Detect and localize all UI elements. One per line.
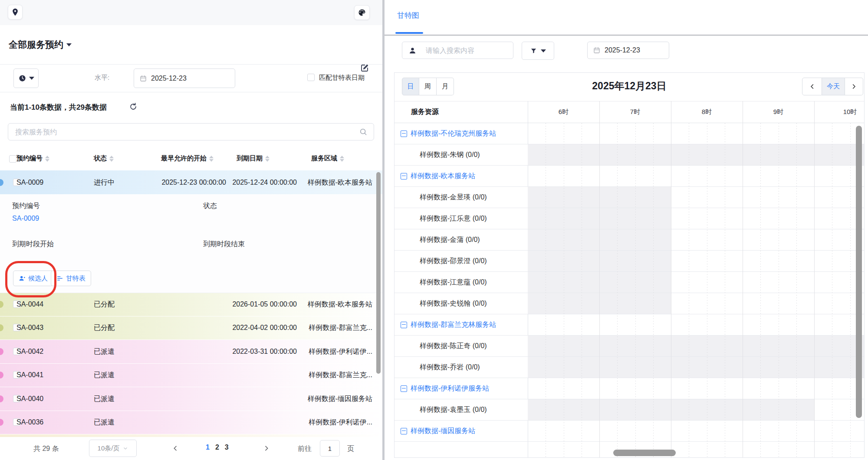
booking-id-link[interactable]: SA-0009 [12, 215, 39, 222]
column-header-label: 服务区域 [311, 154, 337, 163]
column-header[interactable]: 最早允许的开始 [161, 154, 214, 163]
quarter-gridline [653, 123, 654, 457]
gantt-resource-row[interactable]: 样例数据-乔岩 (0/0) [395, 357, 528, 378]
page-number[interactable]: 1 [206, 444, 210, 451]
row-color-dot [0, 179, 3, 186]
gantt-resource-row[interactable]: 样例数据-陈正奇 (0/0) [395, 336, 528, 357]
horizon-date-picker[interactable]: 2025-12-23 [134, 69, 235, 88]
service-region: 样例数据-伊利诺伊... [309, 347, 372, 356]
column-header[interactable]: 状态 [94, 154, 114, 163]
quarter-gridline [850, 123, 851, 457]
gantt-resource-row[interactable]: 样例数据-朱钢 (0/0) [395, 144, 528, 166]
collapse-icon[interactable] [401, 173, 407, 179]
table-header: 预约编号 状态 最早允许的开始 到期日期 服务区域 [0, 148, 383, 171]
gantt-timeline-row[interactable] [528, 399, 864, 421]
gantt-timeline-row[interactable] [528, 123, 864, 144]
gantt-group-row[interactable]: 样例数据-欧本服务站 [395, 166, 528, 187]
select-all-checkbox[interactable] [9, 155, 16, 163]
gantt-timeline-row[interactable] [528, 421, 864, 442]
prev-day-button[interactable] [802, 78, 822, 95]
next-day-button[interactable] [845, 78, 863, 95]
candidates-button[interactable]: 候选人 [13, 271, 53, 286]
booking-search-input[interactable] [14, 124, 350, 141]
gantt-horizontal-scrollbar[interactable] [613, 450, 676, 456]
gantt-timeline-row[interactable] [528, 378, 864, 399]
column-header[interactable]: 预约编号 [16, 154, 49, 163]
page-number[interactable]: 3 [225, 444, 229, 451]
gantt-timeline-row[interactable] [528, 336, 864, 357]
sort-icon[interactable] [265, 156, 270, 162]
calendar-icon [593, 46, 601, 54]
gantt-timeline-row[interactable] [528, 144, 864, 166]
goto-label: 前往 [298, 444, 312, 453]
filter-dropdown-button[interactable] [522, 42, 554, 60]
prev-page-button[interactable] [168, 441, 182, 455]
resource-search-input[interactable] [425, 42, 509, 59]
gantt-button[interactable]: 甘特表 [51, 271, 91, 286]
sort-icon[interactable] [45, 156, 49, 162]
table-row[interactable]: SA-0042 已派遣 2022-03-31 00:00:00 样例数据-伊利诺… [0, 340, 383, 364]
gantt-resource-row[interactable]: 样例数据-金蒲 (0/0) [395, 229, 528, 251]
booking-id: SA-0041 [16, 371, 43, 379]
gantt-date-picker[interactable]: 2025-12-23 [587, 42, 669, 59]
gantt-toolbar: 日周月 2025年12月23日 今天 [395, 73, 864, 101]
palette-button[interactable] [354, 5, 370, 20]
booking-id: SA-0042 [16, 348, 43, 356]
table-row[interactable]: SA-0044 已分配 2026-01-05 00:00:00 样例数据-欧本服… [0, 293, 383, 316]
collapse-icon[interactable] [401, 428, 407, 434]
gantt-timeline-row[interactable] [528, 357, 864, 378]
gantt-timeline-row[interactable] [528, 272, 864, 293]
gantt-timeline-row[interactable] [528, 293, 864, 314]
gantt-timeline-row[interactable] [528, 187, 864, 208]
today-button[interactable]: 今天 [822, 78, 845, 95]
person-icon [408, 46, 417, 55]
collapse-icon[interactable] [401, 130, 407, 137]
service-booking-app: 全部服务预约 水平: 2025-12-23 [0, 0, 868, 460]
view-selector[interactable]: 全部服务预约 [9, 39, 72, 51]
gantt-group-row[interactable]: 样例数据-不伦瑞克州服务站 [395, 123, 528, 144]
gantt-vertical-scrollbar[interactable] [856, 126, 862, 418]
gantt-group-row[interactable]: 样例数据-缅因服务站 [395, 421, 528, 442]
gantt-date-value: 2025-12-23 [605, 46, 640, 54]
sort-icon[interactable] [109, 156, 114, 162]
next-page-button[interactable] [260, 441, 273, 455]
table-row[interactable]: SA-0043 已分配 2022-04-02 00:00:00 样例数据-郡富兰… [0, 316, 383, 340]
table-vertical-scrollbar[interactable] [376, 172, 381, 374]
gantt-timeline-row[interactable] [528, 314, 864, 336]
row-color-dot [0, 348, 3, 355]
gantt-list-icon [56, 275, 63, 282]
sort-icon[interactable] [209, 156, 214, 162]
table-row[interactable]: SA-0041 已派遣 样例数据-郡富兰克... [0, 364, 383, 388]
page-number[interactable]: 2 [215, 444, 219, 451]
time-mode-dropdown[interactable] [13, 69, 39, 88]
gantt-resource-row[interactable]: 样例数据-江意蕴 (0/0) [395, 272, 528, 293]
gantt-group-row[interactable]: 样例数据-郡富兰克林服务站 [395, 314, 528, 336]
table-row[interactable]: SA-0040 已派遣 样例数据-缅因服务站 [0, 387, 383, 411]
column-header[interactable]: 到期日期 [237, 154, 270, 163]
gantt-resource-row[interactable]: 样例数据-邵景澄 (0/0) [395, 251, 528, 272]
detail-label: 预约编号 [12, 202, 40, 211]
gantt-resource-row[interactable]: 样例数据-江乐意 (0/0) [395, 208, 528, 229]
column-header[interactable]: 服务区域 [311, 154, 344, 163]
booking-status: 已派遣 [94, 394, 115, 403]
sort-icon[interactable] [340, 156, 344, 162]
refresh-button[interactable] [128, 101, 139, 112]
tab-gantt[interactable]: 甘特图 [397, 10, 419, 20]
gantt-timeline-row[interactable] [528, 251, 864, 272]
collapse-icon[interactable] [401, 385, 407, 392]
table-row[interactable]: SA-0036 已派遣 样例数据-伊利诺伊... [0, 411, 383, 435]
collapse-icon[interactable] [401, 322, 407, 328]
goto-page-input[interactable] [320, 440, 340, 457]
resource-name: 样例数据-金昱瑛 (0/0) [395, 193, 487, 202]
gantt-timeline-row[interactable] [528, 166, 864, 187]
gantt-resource-row[interactable]: 样例数据-金昱瑛 (0/0) [395, 187, 528, 208]
table-row[interactable]: SA-0009 进行中 2025-12-23 00:00:00 2025-12-… [0, 170, 383, 195]
gantt-resource-row[interactable]: 样例数据-袁墨玉 (0/0) [395, 399, 528, 421]
gantt-timeline-row[interactable] [528, 229, 864, 251]
match-gantt-date-checkbox[interactable] [307, 74, 315, 81]
page-size-select[interactable]: 10条/页 [89, 440, 137, 457]
gantt-timeline-row[interactable] [528, 208, 864, 229]
map-pin-button[interactable] [8, 5, 23, 20]
gantt-group-row[interactable]: 样例数据-伊利诺伊服务站 [395, 378, 528, 399]
gantt-resource-row[interactable]: 样例数据-史锐翰 (0/0) [395, 293, 528, 314]
